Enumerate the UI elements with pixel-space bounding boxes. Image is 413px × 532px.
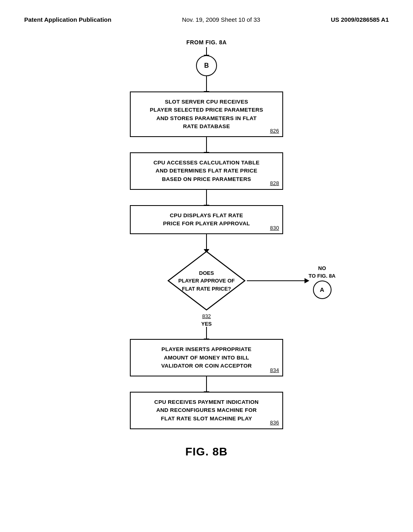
- from-fig-label: FROM FIG. 8A: [186, 39, 227, 46]
- node-836: CPU RECEIVES PAYMENT INDICATIONAND RECON…: [130, 392, 283, 429]
- flowchart: FROM FIG. 8A B SLOT SERVER CPU RECEIVESP…: [24, 39, 389, 429]
- header-date-sheet: Nov. 19, 2009 Sheet 10 of 33: [182, 16, 260, 23]
- arrow-5: [206, 327, 207, 339]
- header-publication-label: Patent Application Publication: [24, 16, 111, 23]
- page: Patent Application Publication Nov. 19, …: [0, 0, 413, 532]
- end-circle-a: A: [313, 281, 332, 299]
- node-826: SLOT SERVER CPU RECEIVESPLAYER SELECTED …: [130, 91, 283, 137]
- to-fig-label: TO FIG. 8A: [309, 273, 336, 279]
- no-label: NO: [318, 265, 326, 271]
- figure-caption: FIG. 8B: [24, 445, 389, 458]
- node-830-label: 830: [270, 224, 279, 232]
- diamond-832: DOESPLAYER APPROVE OFFLAT RATE PRICE? 83…: [166, 249, 247, 312]
- arrow-1: [206, 76, 207, 91]
- node-836-label: 836: [270, 419, 279, 427]
- node-828-text: CPU ACCESSES CALCULATION TABLEAND DETERM…: [139, 159, 274, 183]
- arrow-4: [206, 234, 207, 249]
- yes-label: YES: [201, 321, 212, 327]
- node-834-text: PLAYER INSERTS APPROPRIATEAMOUNT OF MONE…: [139, 345, 274, 370]
- header-patent-number: US 2009/0286585 A1: [331, 16, 389, 23]
- node-834-label: 834: [270, 366, 279, 374]
- diamond-row-832: DOESPLAYER APPROVE OFFLAT RATE PRICE? 83…: [65, 249, 348, 312]
- node-834: PLAYER INSERTS APPROPRIATEAMOUNT OF MONE…: [130, 339, 283, 376]
- node-836-text: CPU RECEIVES PAYMENT INDICATIONAND RECON…: [139, 398, 274, 423]
- arrow-6: [206, 376, 207, 392]
- diamond-832-text: DOESPLAYER APPROVE OFFLAT RATE PRICE?: [178, 269, 235, 293]
- no-branch: NO TO FIG. 8A A: [309, 263, 336, 299]
- no-arrow-to-circle: A: [313, 281, 332, 299]
- header: Patent Application Publication Nov. 19, …: [24, 16, 389, 23]
- node-826-label: 826: [270, 127, 279, 135]
- node-830: CPU DISPLAYS FLAT RATEPRICE FOR PLAYER A…: [130, 205, 283, 235]
- diamond-832-label: 832: [202, 313, 211, 319]
- arrow-3: [206, 190, 207, 205]
- node-828-label: 828: [270, 179, 279, 187]
- node-826-text: SLOT SERVER CPU RECEIVESPLAYER SELECTED …: [139, 98, 274, 131]
- start-circle-b: B: [196, 55, 217, 76]
- arrow-2: [206, 137, 207, 152]
- node-830-text: CPU DISPLAYS FLAT RATEPRICE FOR PLAYER A…: [139, 212, 274, 228]
- node-828: CPU ACCESSES CALCULATION TABLEAND DETERM…: [130, 152, 283, 190]
- arrow-from-fig: [206, 47, 207, 55]
